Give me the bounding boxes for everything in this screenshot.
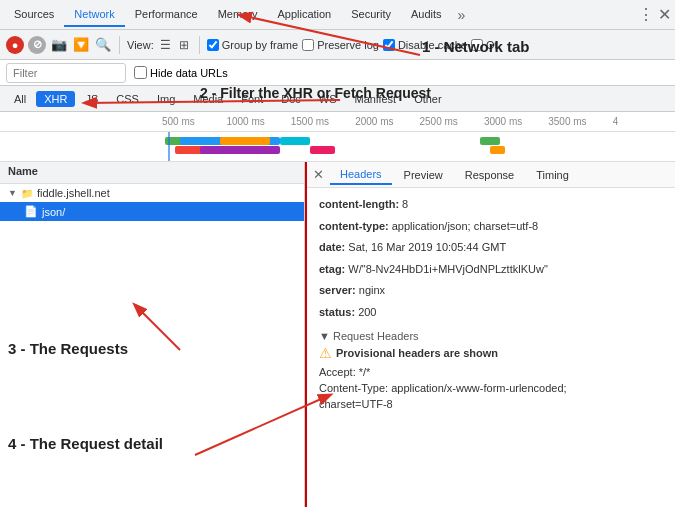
tab-sources[interactable]: Sources [4,3,64,27]
tl-bar-5 [220,137,270,145]
other-checkbox[interactable] [471,39,483,51]
charset-value: charset=UTF-8 [319,398,393,410]
header-key-server: server: [319,284,356,296]
tab-application[interactable]: Application [267,3,341,27]
more-tabs-button[interactable]: » [452,7,472,23]
tl-bar-6 [280,137,310,145]
name-column-header: Name [0,162,304,184]
request-detail-panel: ✕ Headers Preview Response Timing conten… [305,162,675,507]
header-key-date: date: [319,241,345,253]
timeline-label-1000: 1000 ms [224,116,288,127]
header-key-status: status: [319,306,355,318]
filter-button[interactable]: 🔽 [72,36,90,54]
type-tab-css[interactable]: CSS [108,91,147,107]
content-type-header-row: Content-Type: application/x-www-form-url… [319,380,663,396]
tab-memory[interactable]: Memory [208,3,268,27]
group-by-frame-text: Group by frame [222,39,298,51]
record-button[interactable]: ● [6,36,24,54]
timeline-bars [0,132,675,162]
timeline-label-4: 4 [611,116,675,127]
accept-header-key: Accept: [319,366,356,378]
devtools-controls: ⋮ ✕ [638,5,671,24]
tl-bar-4 [200,146,280,154]
header-key-etag: etag: [319,263,345,275]
type-tab-img[interactable]: Img [149,91,183,107]
domain-tree-item[interactable]: ▼ 📁 fiddle.jshell.net [0,184,304,202]
list-view-icon[interactable]: ☰ [158,37,174,53]
preserve-log-label[interactable]: Preserve log [302,39,379,51]
type-tab-doc[interactable]: Doc [273,91,309,107]
view-icons: ☰ ⊞ [158,37,192,53]
tab-performance[interactable]: Performance [125,3,208,27]
response-header-content-length: content-length: 8 [319,194,663,216]
timeline-label-3000: 3000 ms [482,116,546,127]
hide-data-urls-text: Hide data URLs [150,67,228,79]
view-label: View: [127,39,154,51]
tab-network[interactable]: Network [64,3,124,27]
other-option-label[interactable]: Ot [471,39,498,51]
tl-bar-9 [490,146,505,154]
response-header-content-type: content-type: application/json; charset=… [319,216,663,238]
group-by-frame-checkbox[interactable] [207,39,219,51]
timing-tab[interactable]: Timing [526,166,579,184]
content-type-request-value: application/x-www-form-urlencoded; [391,382,566,394]
requests-panel: Name ▼ 📁 fiddle.jshell.net 📄 json/ [0,162,305,507]
group-by-frame-label[interactable]: Group by frame [207,39,298,51]
timeline-label-500: 500 ms [160,116,224,127]
preserve-log-checkbox[interactable] [302,39,314,51]
type-tab-other[interactable]: Other [406,91,450,107]
waterfall-view-icon[interactable]: ⊞ [176,37,192,53]
response-header-etag: etag: W/"8-Nv24HbD1i+MHVjOdNPLzttklKUw" [319,259,663,281]
type-tab-all[interactable]: All [6,91,34,107]
request-headers-section[interactable]: ▼ Request Headers [319,330,663,342]
other-text: Ot [486,39,498,51]
response-header-server: server: nginx [319,280,663,302]
request-headers-label: ▼ Request Headers [319,330,419,342]
charset-row: charset=UTF-8 [319,396,663,412]
tree-arrow-icon: ▼ [8,188,17,198]
json-request-item[interactable]: 📄 json/ [0,202,304,221]
type-tab-ws[interactable]: WS [311,91,345,107]
type-tab-media[interactable]: Media [185,91,231,107]
tab-audits[interactable]: Audits [401,3,452,27]
devtools-menu-icon[interactable]: ⋮ [638,5,654,24]
main-content-area: Name ▼ 📁 fiddle.jshell.net 📄 json/ ✕ Hea… [0,162,675,507]
disable-cache-label[interactable]: Disable cache [383,39,467,51]
type-tab-js[interactable]: JS [77,91,106,107]
timeline-cursor [168,132,170,162]
header-key-content-length: content-length: [319,198,399,210]
header-value-etag: W/"8-Nv24HbD1i+MHVjOdNPLzttklKUw" [348,263,547,275]
type-tab-xhr[interactable]: XHR [36,91,75,107]
preserve-log-text: Preserve log [317,39,379,51]
filter-row: Hide data URLs [0,60,675,86]
header-value-server: nginx [359,284,385,296]
type-tab-manifest[interactable]: Manifest [347,91,405,107]
hide-data-urls-checkbox[interactable] [134,66,147,79]
close-devtools-icon[interactable]: ✕ [658,5,671,24]
hide-data-urls-label[interactable]: Hide data URLs [134,66,228,79]
warning-icon: ⚠ [319,345,332,361]
headers-tab[interactable]: Headers [330,165,392,185]
stop-button[interactable]: ⊘ [28,36,46,54]
tl-bar-7 [310,146,335,154]
response-header-date: date: Sat, 16 Mar 2019 10:05:44 GMT [319,237,663,259]
tab-security[interactable]: Security [341,3,401,27]
preview-tab[interactable]: Preview [394,166,453,184]
tl-bar-8 [480,137,500,145]
disable-cache-checkbox[interactable] [383,39,395,51]
camera-button[interactable]: 📷 [50,36,68,54]
timeline-labels: 500 ms 1000 ms 1500 ms 2000 ms 2500 ms 3… [160,116,675,127]
close-detail-button[interactable]: ✕ [313,167,324,182]
disable-cache-text: Disable cache [398,39,467,51]
request-name-label: json/ [42,206,65,218]
header-value-content-type: application/json; charset=utf-8 [392,220,538,232]
search-button[interactable]: 🔍 [94,36,112,54]
timeline-labels-row: 500 ms 1000 ms 1500 ms 2000 ms 2500 ms 3… [0,112,675,132]
type-tab-font[interactable]: Font [233,91,271,107]
provisional-warning-box: ⚠ Provisional headers are shown [319,345,663,361]
filter-input[interactable] [6,63,126,83]
toolbar-separator [119,36,120,54]
accept-header-row: Accept: */* [319,364,663,380]
response-header-status: status: 200 [319,302,663,324]
response-tab[interactable]: Response [455,166,525,184]
